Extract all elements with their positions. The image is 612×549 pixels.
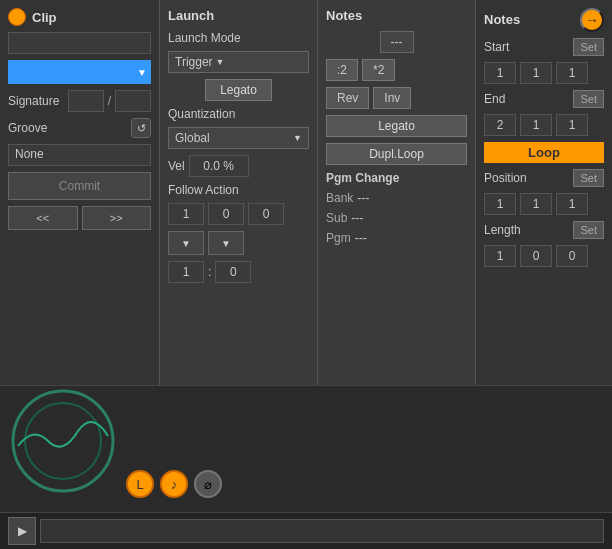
nav-prev-button[interactable]: <<	[8, 206, 78, 230]
bank-val: ---	[357, 191, 369, 205]
end-values-row	[484, 114, 604, 136]
groove-label: Groove	[8, 121, 127, 135]
pos-v3[interactable]	[556, 193, 588, 215]
end-label: End	[484, 92, 520, 106]
length-label-row: Length Set	[484, 221, 604, 239]
nav-row: << >>	[8, 206, 151, 230]
icon-link-button[interactable]: ⌀	[194, 470, 222, 498]
position-label: Position	[484, 171, 520, 185]
length-label: Length	[484, 223, 520, 237]
fa-num2[interactable]	[208, 203, 244, 225]
vel-label: Vel	[168, 159, 185, 173]
quantization-label: Quantization	[168, 107, 309, 121]
time-row: :	[168, 261, 309, 283]
inv-button[interactable]: Inv	[373, 87, 411, 109]
right-header: Notes →	[484, 8, 604, 32]
sub-key: Sub	[326, 211, 347, 225]
arrow-circle-button[interactable]: →	[580, 8, 604, 32]
bottom-bar: L ♪ ⌀	[0, 385, 612, 512]
pgm-val: ---	[355, 231, 367, 245]
fa-dropdown1[interactable]: ▼	[168, 231, 204, 255]
len-v2[interactable]	[520, 245, 552, 267]
pos-v1[interactable]	[484, 193, 516, 215]
follow-action-grid	[168, 203, 309, 225]
vel-input[interactable]	[189, 155, 249, 177]
groove-refresh-button[interactable]: ↺	[131, 118, 151, 138]
colon2-button[interactable]: :2	[326, 59, 358, 81]
signature-numerator[interactable]: 4	[68, 90, 104, 112]
launch-panel: Launch Launch Mode Trigger Legato Quanti…	[160, 0, 318, 385]
groove-value: None	[8, 144, 151, 166]
launch-title: Launch	[168, 8, 309, 23]
clip-panel: Clip Signature 4 / 4 Groove ↺ None Commi…	[0, 0, 160, 385]
bottom-icons-row: L ♪ ⌀	[126, 470, 222, 498]
transport-bar: ▶	[0, 512, 612, 549]
start-label-row: Start Set	[484, 38, 604, 56]
position-set-button[interactable]: Set	[573, 169, 604, 187]
right-panel: Notes → Start Set End Set	[476, 0, 612, 385]
length-set-button[interactable]: Set	[573, 221, 604, 239]
notes-legato-button[interactable]: Legato	[326, 115, 467, 137]
notes-title: Notes	[326, 8, 467, 23]
sub-row: Sub ---	[326, 211, 467, 225]
clip-header: Clip	[8, 8, 151, 26]
clip-color-button[interactable]	[8, 60, 151, 84]
follow-action-label: Follow Action	[168, 183, 309, 197]
notes-dash-select[interactable]: ---	[380, 31, 414, 53]
global-dropdown[interactable]: Global	[168, 127, 309, 149]
play-button[interactable]: ▶	[8, 517, 36, 545]
sub-val: ---	[351, 211, 363, 225]
signature-slash: /	[108, 94, 111, 108]
start-v1[interactable]	[484, 62, 516, 84]
time-num1[interactable]	[168, 261, 204, 283]
time-num2[interactable]	[215, 261, 251, 283]
fa-num3[interactable]	[248, 203, 284, 225]
start-set-button[interactable]: Set	[573, 38, 604, 56]
clip-status-circle[interactable]	[8, 8, 26, 26]
signature-denominator[interactable]: 4	[115, 90, 151, 112]
right-title: Notes	[484, 12, 520, 27]
transport-timeline	[40, 519, 604, 543]
len-v1[interactable]	[484, 245, 516, 267]
end-set-button[interactable]: Set	[573, 90, 604, 108]
pgm-change-label: Pgm Change	[326, 171, 467, 185]
loop-button[interactable]: Loop	[484, 142, 604, 163]
end-v2[interactable]	[520, 114, 552, 136]
nav-next-button[interactable]: >>	[82, 206, 152, 230]
legato-button[interactable]: Legato	[205, 79, 272, 101]
groove-row: Groove ↺	[8, 118, 151, 138]
star2-button[interactable]: *2	[362, 59, 395, 81]
pos-v2[interactable]	[520, 193, 552, 215]
start-v3[interactable]	[556, 62, 588, 84]
trigger-dropdown[interactable]: Trigger	[168, 51, 309, 73]
launch-mode-label: Launch Mode	[168, 31, 309, 45]
end-label-row: End Set	[484, 90, 604, 108]
pgm-row: Pgm ---	[326, 231, 467, 245]
fa-dropdown2[interactable]: ▼	[208, 231, 244, 255]
bank-key: Bank	[326, 191, 353, 205]
icon-music-button[interactable]: ♪	[160, 470, 188, 498]
end-v3[interactable]	[556, 114, 588, 136]
fa-num1[interactable]	[168, 203, 204, 225]
notes-panel: Notes --- :2 *2 Rev Inv Legato Dupl.Loop…	[318, 0, 476, 385]
rev-button[interactable]: Rev	[326, 87, 369, 109]
vel-row: Vel	[168, 155, 309, 177]
waveform-circle-svg	[8, 386, 118, 496]
end-v1[interactable]	[484, 114, 516, 136]
time-colon: :	[208, 265, 211, 279]
start-values-row	[484, 62, 604, 84]
icon-l-button[interactable]: L	[126, 470, 154, 498]
start-v2[interactable]	[520, 62, 552, 84]
len-v3[interactable]	[556, 245, 588, 267]
dupl-loop-button[interactable]: Dupl.Loop	[326, 143, 467, 165]
notes-btn-pair2: Rev Inv	[326, 87, 467, 109]
start-label: Start	[484, 40, 520, 54]
commit-button[interactable]: Commit	[8, 172, 151, 200]
clip-name-input[interactable]	[8, 32, 151, 54]
position-values-row	[484, 193, 604, 215]
signature-label: Signature	[8, 94, 64, 108]
svg-point-0	[13, 391, 113, 491]
signature-row: Signature 4 / 4	[8, 90, 151, 112]
clip-title: Clip	[32, 10, 57, 25]
pgm-key: Pgm	[326, 231, 351, 245]
